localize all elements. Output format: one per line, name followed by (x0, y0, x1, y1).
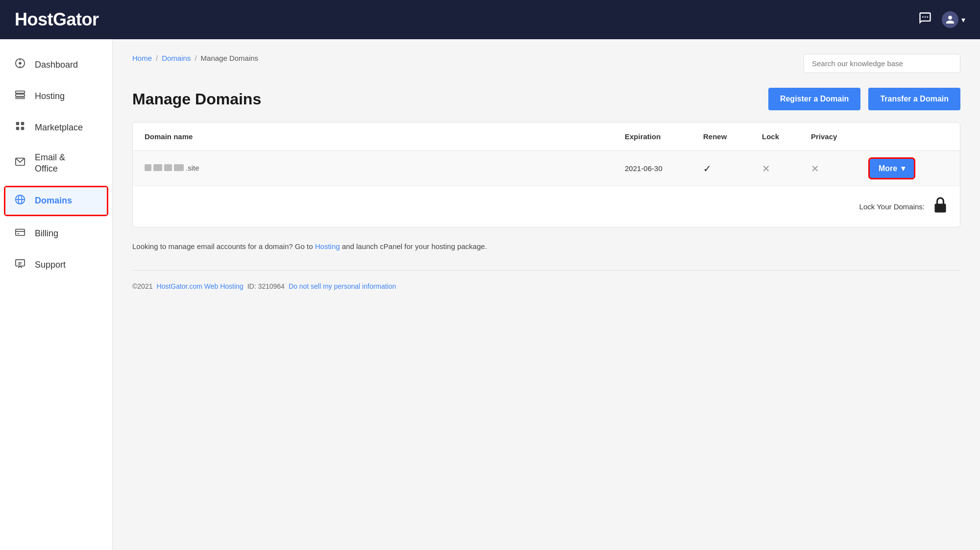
sidebar-item-support[interactable]: Support (0, 250, 112, 281)
svg-rect-8 (21, 122, 24, 125)
sidebar-item-domains[interactable]: Domains (5, 187, 107, 215)
sidebar-item-email-office[interactable]: Email &Office (0, 143, 112, 184)
register-domain-button[interactable]: Register a Domain (768, 88, 860, 110)
dashboard-icon (13, 58, 27, 72)
hosting-icon (13, 89, 27, 103)
domains-table-card: Domain name Expiration Renew Lock Privac… (132, 122, 960, 227)
svg-rect-5 (16, 94, 24, 97)
svg-rect-10 (21, 127, 24, 130)
breadcrumb-current: Manage Domains (201, 54, 259, 62)
blur-block-3 (164, 164, 172, 171)
col-lock: Lock (762, 132, 811, 141)
breadcrumb-row: Home / Domains / Manage Domains (132, 54, 960, 73)
more-button[interactable]: More ▾ (870, 159, 914, 178)
page-actions: Register a Domain Transfer a Domain (768, 88, 960, 110)
svg-rect-21 (934, 203, 946, 212)
lock-x-icon: ✕ (762, 163, 770, 174)
more-label: More (879, 164, 897, 173)
lock-cell: ✕ (762, 163, 811, 175)
more-cell: More ▾ (870, 159, 948, 178)
sidebar-label-hosting: Hosting (35, 91, 65, 101)
header-icons: ▾ (918, 11, 965, 28)
col-actions (870, 132, 948, 141)
sidebar-label-email-office: Email &Office (35, 152, 65, 175)
col-privacy: Privacy (811, 132, 870, 141)
table-header: Domain name Expiration Renew Lock Privac… (133, 123, 960, 151)
page-title: Manage Domains (132, 90, 261, 108)
breadcrumb-domains[interactable]: Domains (162, 54, 191, 62)
sidebar-domains-wrapper: Domains (4, 186, 108, 216)
sidebar-label-support: Support (35, 260, 66, 270)
svg-point-1 (19, 62, 22, 65)
avatar (942, 11, 958, 28)
billing-icon (13, 227, 27, 241)
transfer-domain-button[interactable]: Transfer a Domain (868, 88, 960, 110)
domain-name-cell: .site (145, 164, 625, 174)
lock-row: Lock Your Domains: (133, 186, 960, 227)
chat-icon[interactable] (918, 11, 932, 28)
support-icon (13, 258, 27, 272)
email-icon (13, 156, 27, 170)
col-renew: Renew (703, 132, 762, 141)
privacy-cell: ✕ (811, 163, 870, 175)
sidebar-item-marketplace[interactable]: Marketplace (0, 112, 112, 143)
blur-block-4 (174, 164, 184, 171)
main-content: Home / Domains / Manage Domains Manage D… (113, 39, 980, 550)
blur-block-2 (153, 164, 162, 171)
footer: ©2021 HostGator.com Web Hosting ID: 3210… (132, 270, 960, 290)
page-header: Manage Domains Register a Domain Transfe… (132, 88, 960, 110)
sidebar-item-billing[interactable]: Billing (0, 218, 112, 250)
domain-name: .site (145, 164, 199, 172)
svg-rect-4 (16, 91, 24, 94)
breadcrumb-sep-2: / (195, 54, 196, 62)
marketplace-icon (13, 121, 27, 134)
chevron-down-icon: ▾ (961, 15, 965, 25)
sidebar: Dashboard Hosting Marketp (0, 39, 113, 550)
col-domain: Domain name (145, 132, 625, 141)
info-text: Looking to manage email accounts for a d… (132, 242, 960, 250)
more-chevron-icon: ▾ (901, 164, 905, 173)
sidebar-item-hosting[interactable]: Hosting (0, 80, 112, 112)
info-text-before: Looking to manage email accounts for a d… (132, 242, 313, 250)
lock-icon[interactable] (932, 196, 948, 217)
breadcrumb-home[interactable]: Home (132, 54, 152, 62)
renew-cell: ✓ (703, 163, 762, 175)
info-text-after: and launch cPanel for your hosting packa… (342, 242, 487, 250)
sidebar-item-dashboard[interactable]: Dashboard (0, 49, 112, 80)
hostgator-link[interactable]: HostGator.com Web Hosting (156, 282, 243, 290)
info-hosting-link[interactable]: Hosting (315, 242, 340, 250)
svg-rect-6 (16, 98, 24, 99)
lock-label: Lock Your Domains: (859, 202, 925, 211)
copyright: ©2021 (132, 282, 152, 290)
breadcrumb: Home / Domains / Manage Domains (132, 54, 258, 62)
search-input[interactable] (804, 54, 960, 73)
blur-block-1 (145, 164, 151, 171)
sidebar-label-billing: Billing (35, 228, 58, 239)
svg-rect-9 (16, 127, 19, 130)
layout: Dashboard Hosting Marketp (0, 39, 980, 550)
header: HostGator ▾ (0, 0, 980, 39)
privacy-x-icon: ✕ (811, 163, 819, 174)
breadcrumb-sep-1: / (156, 54, 158, 62)
svg-rect-15 (16, 229, 24, 235)
col-expiration: Expiration (625, 132, 703, 141)
privacy-link[interactable]: Do not sell my personal information (289, 282, 396, 290)
footer-id: ID: 3210964 (247, 282, 285, 290)
user-menu[interactable]: ▾ (942, 11, 965, 28)
sidebar-label-marketplace: Marketplace (35, 123, 83, 133)
domains-icon (13, 194, 27, 208)
domain-tld: .site (186, 164, 199, 172)
table-row: .site 2021-06-30 ✓ ✕ ✕ More ▾ (133, 151, 960, 186)
logo: HostGator (15, 9, 99, 30)
expiration-cell: 2021-06-30 (625, 164, 703, 173)
renew-check-icon: ✓ (703, 163, 711, 174)
svg-rect-7 (16, 122, 19, 125)
sidebar-label-dashboard: Dashboard (35, 60, 78, 70)
sidebar-label-domains: Domains (35, 196, 72, 206)
